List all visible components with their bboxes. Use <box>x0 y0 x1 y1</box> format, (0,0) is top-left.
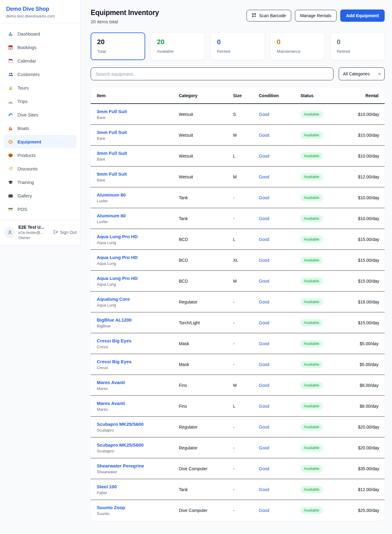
item-name-link[interactable]: Cressi Big Eyes <box>97 359 179 364</box>
category-cell: Dive Computer <box>179 466 233 471</box>
sidebar-item-gallery[interactable]: Gallery <box>4 189 77 202</box>
condition-link[interactable]: Good <box>259 216 300 221</box>
sidebar-item-products[interactable]: Products <box>4 148 77 162</box>
category-select[interactable]: All Categories <box>339 67 385 80</box>
item-name-link[interactable]: Aluminum 80 <box>97 213 179 218</box>
condition-link[interactable]: Good <box>259 508 300 513</box>
item-name-link[interactable]: Cressi Big Eyes <box>97 338 179 343</box>
user-info: E2E Test U... e2e-tester@... Owner <box>18 225 50 240</box>
stat-value: 20 <box>157 38 199 46</box>
item-name-link[interactable]: Mares Avanti <box>97 380 179 385</box>
sidebar-item-label: Tours <box>17 85 29 90</box>
condition-link[interactable]: Good <box>259 133 300 138</box>
rental-cell: $10.00/day <box>358 133 379 138</box>
condition-link[interactable]: Good <box>259 279 300 284</box>
sidebar-item-bookings[interactable]: 17Bookings <box>4 40 77 54</box>
search-input[interactable] <box>91 67 334 80</box>
stat-value: 0 <box>277 38 318 46</box>
sidebar-item-equipment[interactable]: Equipment <box>4 135 77 148</box>
scan-barcode-button[interactable]: Scan Barcode <box>247 10 291 21</box>
item-name-link[interactable]: Aqua Lung Pro HD <box>97 276 179 281</box>
item-name-link[interactable]: Aqua Lung Pro HD <box>97 234 179 239</box>
column-header-item: Item <box>97 93 179 98</box>
sidebar-item-boats[interactable]: Boats <box>4 121 77 135</box>
condition-link[interactable]: Good <box>259 237 300 242</box>
item-cell: Cressi Big EyesCressi <box>97 359 179 370</box>
stat-card-rented[interactable]: 0Rented <box>210 32 265 60</box>
condition-link[interactable]: Good <box>259 362 300 367</box>
condition-link[interactable]: Good <box>259 466 300 471</box>
status-cell: Available <box>300 402 358 410</box>
category-cell: Fins <box>179 383 233 388</box>
status-badge: Available <box>300 173 323 181</box>
item-name-link[interactable]: 3mm Full Suit <box>97 151 179 156</box>
status-cell: Available <box>300 215 358 222</box>
item-name-link[interactable]: 3mm Full Suit <box>97 109 179 114</box>
sidebar-item-calendar[interactable]: Calendar <box>4 54 77 67</box>
item-brand: Faber <box>97 490 179 495</box>
rental-cell: $12.00/day <box>358 487 379 492</box>
column-header-rental: Rental <box>358 93 379 98</box>
item-name-link[interactable]: BigBlue AL1200 <box>97 317 179 322</box>
stat-value: 0 <box>217 38 258 46</box>
add-equipment-button[interactable]: Add Equipment <box>340 10 385 22</box>
condition-link[interactable]: Good <box>259 112 300 117</box>
add-equipment-label: Add Equipment <box>346 13 379 18</box>
size-cell: M <box>233 174 259 179</box>
sidebar-item-discounts[interactable]: Discounts <box>4 162 77 175</box>
item-name-link[interactable]: 5mm Full Suit <box>97 171 179 177</box>
table-row: Cressi Big EyesCressiMask-GoodAvailable$… <box>91 354 385 375</box>
sidebar-item-customers[interactable]: Customers <box>4 67 77 81</box>
condition-link[interactable]: Good <box>259 195 300 200</box>
condition-link[interactable]: Good <box>259 445 300 450</box>
condition-link[interactable]: Good <box>259 383 300 388</box>
sidebar-item-dashboard[interactable]: Dashboard <box>4 27 77 40</box>
item-name-link[interactable]: Steel 100 <box>97 484 179 489</box>
condition-link[interactable]: Good <box>259 174 300 179</box>
condition-link[interactable]: Good <box>259 320 300 325</box>
status-badge: Available <box>300 257 323 264</box>
sidebar-item-trips[interactable]: Trips <box>4 94 77 108</box>
item-name-link[interactable]: Scubapro MK25/S600 <box>97 442 179 448</box>
camera-icon <box>7 193 13 198</box>
item-cell: Aqua Lung Pro HDAqua Lung <box>97 234 179 245</box>
sidebar-item-tours[interactable]: Tours <box>4 81 77 94</box>
rental-cell: $12.00/day <box>358 174 379 179</box>
item-name-link[interactable]: Aqua Lung Pro HD <box>97 255 179 260</box>
table-row: Cressi Big EyesCressiMask-GoodAvailable$… <box>91 333 385 354</box>
item-name-link[interactable]: Mares Avanti <box>97 401 179 406</box>
item-name-link[interactable]: Suunto Zoop <box>97 505 179 510</box>
stat-card-total[interactable]: 20Total <box>91 32 145 60</box>
sidebar-item-label: Customers <box>17 72 40 77</box>
condition-link[interactable]: Good <box>259 299 300 304</box>
condition-link[interactable]: Good <box>259 154 300 158</box>
condition-link[interactable]: Good <box>259 341 300 346</box>
stat-card-retired[interactable]: 0Retired <box>330 32 385 60</box>
status-cell: Available <box>300 173 358 181</box>
condition-link[interactable]: Good <box>259 487 300 492</box>
stat-card-available[interactable]: 20Available <box>151 32 205 60</box>
table-row: 3mm Full SuitBareWetsuitLGoodAvailable$1… <box>91 146 385 166</box>
sidebar-item-training[interactable]: Training <box>4 175 77 189</box>
rental-cell: $10.00/day <box>358 112 379 117</box>
sidebar-item-dive-sites[interactable]: Dive Sites <box>4 108 77 121</box>
item-cell: Cressi Big EyesCressi <box>97 338 179 349</box>
condition-link[interactable]: Good <box>259 425 300 429</box>
condition-link[interactable]: Good <box>259 258 300 263</box>
item-name-link[interactable]: Scubapro MK25/S600 <box>97 421 179 427</box>
item-name-link[interactable]: 3mm Full Suit <box>97 130 179 135</box>
manage-rentals-button[interactable]: Manage Rentals <box>295 10 337 21</box>
item-name-link[interactable]: Aluminum 80 <box>97 192 179 197</box>
item-name-link[interactable]: Aqualung Core <box>97 296 179 302</box>
equipment-table: ItemCategorySizeConditionStatusRental 3m… <box>91 88 385 521</box>
status-cell: Available <box>300 111 358 118</box>
sign-out-button[interactable]: Sign Out <box>53 230 77 235</box>
sidebar-item-pos[interactable]: POS <box>4 202 77 216</box>
shop-name: Demo Dive Shop <box>6 6 74 12</box>
condition-link[interactable]: Good <box>259 404 300 409</box>
stat-card-maintenance[interactable]: 0Maintenance <box>270 32 325 60</box>
rental-cell: $8.00/day <box>358 383 379 388</box>
tag-icon <box>7 166 13 171</box>
item-name-link[interactable]: Shearwater Peregrine <box>97 463 179 468</box>
status-badge: Available <box>300 111 323 118</box>
